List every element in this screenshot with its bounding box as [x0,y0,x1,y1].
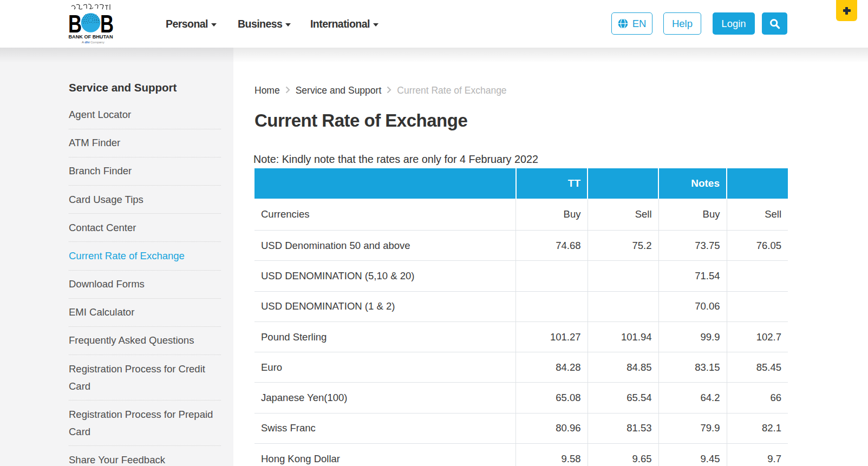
svg-text:A dhi Company: A dhi Company [82,41,105,44]
svg-text:BANK OF BHUTAN: BANK OF BHUTAN [69,34,113,40]
